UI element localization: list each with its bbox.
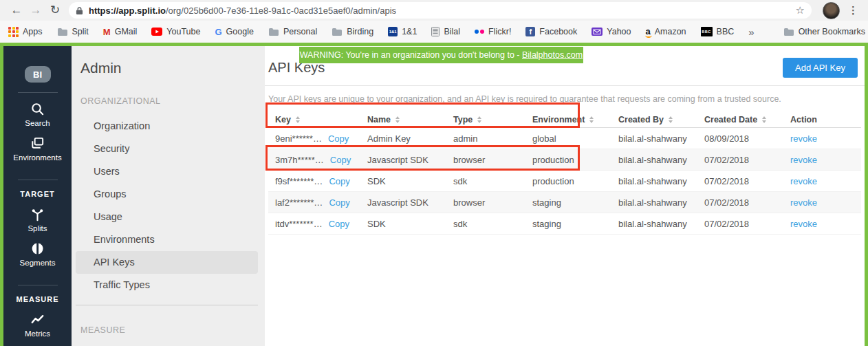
bookmark-split[interactable]: Split — [57, 27, 89, 36]
back-icon[interactable]: ← — [7, 0, 26, 21]
key-environment: production — [525, 176, 611, 186]
rail-item-metrics[interactable]: Metrics — [25, 312, 50, 338]
other-bookmarks[interactable]: Other Bookmarks — [783, 27, 865, 36]
segments-icon — [30, 241, 45, 257]
api-key-masked: 9eni******… — [275, 133, 322, 144]
organizational-section-label: ORGANIZATIONAL — [80, 96, 265, 106]
sort-icon[interactable] — [477, 116, 481, 123]
key-created-date: 07/02/2018 — [697, 219, 783, 229]
apps-grid-icon — [8, 27, 19, 37]
key-created-by: bilal.al-shahwany — [611, 155, 697, 165]
profile-avatar[interactable] — [823, 2, 840, 19]
sort-icon[interactable] — [296, 116, 300, 123]
bookmark-label: YouTube — [166, 27, 200, 36]
admin-divider — [76, 305, 258, 305]
bookmark-bilal[interactable]: Bilal — [431, 27, 460, 36]
facebook-icon: f — [525, 27, 535, 36]
copy-key-link[interactable]: Copy — [329, 176, 349, 186]
rail-item-segments[interactable]: Segments — [20, 241, 56, 267]
column-label: Name — [367, 115, 391, 125]
column-header-created-date[interactable]: Created Date — [697, 115, 783, 125]
admin-nav-usage[interactable]: Usage — [76, 206, 258, 228]
revoke-link[interactable]: revoke — [790, 176, 817, 186]
rail-item-splits[interactable]: Splits — [28, 206, 47, 233]
key-type: sdk — [446, 219, 525, 229]
admin-nav-traffic-types[interactable]: Traffic Types — [76, 274, 258, 296]
add-api-key-button[interactable]: Add API Key — [783, 58, 858, 78]
revoke-link[interactable]: revoke — [790, 155, 817, 165]
api-key-row: f9sf*******…CopySDKsdkproductionbilal.al… — [268, 171, 861, 192]
bookmark-label: Amazon — [655, 27, 686, 36]
rail-item-environments[interactable]: Environments — [13, 136, 61, 162]
column-label: Key — [275, 115, 291, 125]
admin-nav-api-keys[interactable]: API Keys — [76, 251, 258, 274]
admin-nav-organization[interactable]: Organization — [76, 115, 258, 138]
bookmark-google[interactable]: GGoogle — [215, 27, 253, 37]
forward-icon[interactable]: → — [26, 0, 45, 21]
sort-icon[interactable] — [669, 116, 673, 123]
column-header-environment[interactable]: Environment — [525, 115, 611, 125]
key-name: SDK — [360, 219, 446, 229]
address-bar[interactable]: https://app.split.io/org/025b6d00-7e36-1… — [69, 2, 812, 19]
key-environment: production — [525, 155, 611, 165]
bookmark-gmail[interactable]: MGMail — [103, 27, 138, 37]
bookmark-apps[interactable]: Apps — [8, 27, 43, 37]
admin-nav-security[interactable]: Security — [76, 138, 258, 160]
rail-divider — [18, 180, 58, 180]
bookmark-bbc[interactable]: BBCBBC — [701, 27, 735, 36]
copy-key-link[interactable]: Copy — [329, 219, 349, 229]
oneandone-icon: 1&1 — [388, 27, 398, 36]
copy-key-link[interactable]: Copy — [330, 155, 351, 165]
bookmarks-overflow-icon[interactable]: » — [748, 26, 754, 38]
bookmark-youtube[interactable]: YouTube — [151, 27, 200, 36]
warning-link[interactable]: Bilalphotos.com — [522, 50, 583, 60]
column-label: Created By — [618, 115, 664, 125]
rail-section-target: TARGET — [20, 190, 54, 198]
revoke-link[interactable]: revoke — [790, 197, 817, 208]
copy-key-link[interactable]: Copy — [329, 197, 349, 208]
rail-item-search[interactable]: Search — [25, 101, 50, 127]
bookmark-yahoo[interactable]: Yahoo — [592, 27, 631, 36]
bookmark-personal[interactable]: Personal — [268, 27, 317, 36]
column-header-created-by[interactable]: Created By — [611, 115, 697, 125]
metrics-icon — [30, 312, 45, 327]
browser-menu-icon[interactable]: ⋮ — [845, 4, 861, 17]
bookmark-flickr[interactable]: Flickr! — [475, 27, 511, 36]
reload-icon[interactable]: ↻ — [45, 0, 65, 21]
bookmark-facebook[interactable]: fFacebook — [525, 27, 577, 36]
bbc-icon: BBC — [701, 27, 713, 36]
copy-key-link[interactable]: Copy — [328, 133, 349, 144]
rail-divider — [18, 92, 58, 93]
api-key-masked: 3m7h*****… — [275, 155, 324, 165]
key-environment: staging — [525, 197, 611, 208]
other-bookmarks-label: Other Bookmarks — [799, 27, 865, 36]
key-created-date: 08/09/2018 — [697, 133, 783, 144]
user-avatar[interactable]: BI — [25, 66, 51, 83]
admin-nav-groups[interactable]: Groups — [76, 183, 258, 206]
rail-section-measure: MEASURE — [16, 295, 58, 303]
column-label: Action — [790, 115, 817, 125]
bookmark-1-1[interactable]: 1&11&1 — [388, 27, 417, 36]
column-header-type[interactable]: Type — [446, 115, 525, 125]
sort-icon[interactable] — [762, 116, 766, 123]
admin-nav-environments[interactable]: Environments — [76, 228, 258, 251]
bookmark-amazon[interactable]: aAmazon — [645, 27, 686, 36]
bookmark-star-icon[interactable]: ☆ — [796, 4, 805, 17]
rail-item-label: Splits — [28, 224, 47, 233]
page-description: Your API keys are unique to your organiz… — [268, 94, 861, 104]
column-label: Created Date — [704, 115, 757, 125]
main-content: WARNING: You're in an organization you d… — [265, 46, 865, 346]
bookmark-label: GMail — [115, 27, 138, 36]
column-header-name[interactable]: Name — [360, 115, 446, 125]
revoke-link[interactable]: revoke — [790, 133, 817, 144]
bookmark-birding[interactable]: Birding — [332, 27, 373, 36]
key-name: Javascript SDK — [360, 197, 446, 208]
folder-icon — [268, 28, 279, 36]
admin-title: Admin — [80, 60, 265, 76]
sort-icon[interactable] — [589, 116, 594, 123]
api-key-masked: laf2*******… — [275, 197, 323, 208]
revoke-link[interactable]: revoke — [790, 219, 817, 229]
sort-icon[interactable] — [395, 116, 400, 123]
admin-nav-users[interactable]: Users — [76, 160, 258, 183]
column-header-key[interactable]: Key — [268, 115, 360, 125]
